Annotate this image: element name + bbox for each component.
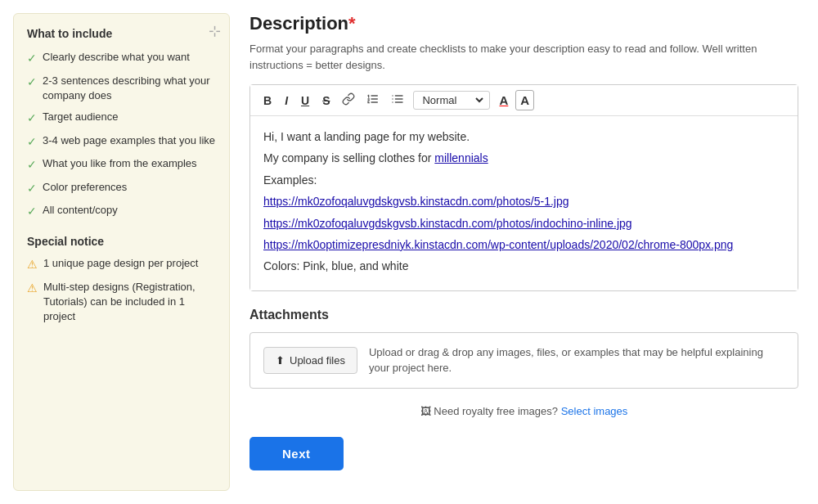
checklist-item: ✓ Color preferences	[27, 180, 216, 197]
editor-line-colors: Colors: Pink, blue, and white	[263, 257, 784, 275]
checklist-item: ✓ What you like from the examples	[27, 156, 216, 173]
italic-button[interactable]: I	[280, 92, 293, 110]
check-icon: ✓	[27, 157, 37, 173]
royalty-icon: 🖼	[420, 405, 431, 417]
next-button-wrapper: Next	[249, 437, 798, 470]
upload-icon: ⬆	[276, 354, 285, 367]
editor-line-2: My company is selling clothes for millen…	[263, 149, 784, 167]
highlight-button[interactable]: A	[515, 90, 534, 110]
check-icon: ✓	[27, 74, 37, 91]
checklist-item-text: All content/copy	[43, 203, 118, 218]
unordered-list-button[interactable]	[387, 90, 408, 110]
special-notice: Special notice ⚠ 1 unique page design pe…	[27, 235, 216, 324]
description-editor: B I U S Normal Heading 1 Heading 2 Headi…	[249, 84, 798, 291]
sidebar-title: What to include	[27, 27, 216, 40]
royalty-row: 🖼 Need royalty free images? Select image…	[249, 405, 798, 417]
editor-line-3: Examples:	[263, 171, 784, 189]
sidebar: ⊹ What to include ✓ Clearly describe wha…	[13, 13, 230, 491]
checklist-item: ✓ All content/copy	[27, 203, 216, 220]
check-icon: ✓	[27, 204, 37, 220]
required-star: *	[348, 13, 356, 34]
millennials-link[interactable]: millennials	[434, 151, 488, 164]
next-button[interactable]: Next	[249, 437, 344, 470]
royalty-text: Need royalty free images?	[434, 405, 558, 417]
upload-button-label: Upload files	[290, 354, 345, 367]
drag-icon[interactable]: ⊹	[209, 22, 221, 40]
attachments-title: Attachments	[249, 308, 798, 322]
select-images-link[interactable]: Select images	[561, 405, 628, 417]
special-notice-title: Special notice	[27, 235, 216, 248]
notice-item-text: Multi-step designs (Registration, Tutori…	[43, 280, 216, 325]
upload-area: ⬆ Upload files Upload or drag & drop any…	[249, 332, 798, 389]
example-link-2[interactable]: https://mk0zofoqaluvgdskgvsb.kinstacdn.c…	[263, 217, 632, 230]
page-title: Description*	[249, 13, 798, 34]
editor-body[interactable]: Hi, I want a landing page for my website…	[250, 116, 798, 290]
checklist-item-text: Clearly describe what you want	[43, 50, 190, 65]
checklist-item: ✓ Target audience	[27, 110, 216, 127]
notice-list: ⚠ 1 unique page design per project ⚠ Mul…	[27, 256, 216, 324]
notice-item-text: 1 unique page design per project	[43, 256, 198, 271]
editor-toolbar: B I U S Normal Heading 1 Heading 2 Headi…	[250, 85, 798, 116]
notice-item: ⚠ 1 unique page design per project	[27, 256, 216, 273]
font-color-button[interactable]: A	[495, 91, 512, 110]
notice-item: ⚠ Multi-step designs (Registration, Tuto…	[27, 280, 216, 325]
checklist-item-text: Color preferences	[43, 180, 127, 195]
check-icon: ✓	[27, 181, 37, 197]
section-subtitle: Format your paragraphs and create checkl…	[249, 41, 798, 73]
ordered-list-button[interactable]	[362, 90, 384, 110]
check-icon: ✓	[27, 134, 37, 151]
text-style-select-wrap[interactable]: Normal Heading 1 Heading 2 Heading 3	[413, 91, 490, 110]
main-content: Description* Format your paragraphs and …	[230, 0, 818, 504]
upload-button[interactable]: ⬆ Upload files	[263, 347, 357, 374]
checklist: ✓ Clearly describe what you want ✓ 2-3 s…	[27, 50, 216, 220]
checklist-item: ✓ Clearly describe what you want	[27, 50, 216, 67]
bold-button[interactable]: B	[258, 92, 276, 110]
check-icon: ✓	[27, 110, 37, 127]
text-style-select[interactable]: Normal Heading 1 Heading 2 Heading 3	[417, 93, 486, 107]
checklist-item-text: What you like from the examples	[43, 156, 197, 171]
checklist-item-text: Target audience	[43, 110, 119, 124]
strikethrough-button[interactable]: S	[317, 92, 335, 110]
example-link-1[interactable]: https://mk0zofoqaluvgdskgvsb.kinstacdn.c…	[263, 195, 569, 208]
example-link-3[interactable]: https://mk0optimizepresdniyk.kinstacdn.c…	[263, 238, 733, 251]
link-button[interactable]	[338, 90, 359, 110]
checklist-item-text: 2-3 sentences describing what your compa…	[43, 74, 216, 103]
upload-description: Upload or drag & drop any images, files,…	[369, 344, 784, 376]
checklist-item-text: 3-4 web page examples that you like	[43, 133, 215, 148]
checklist-item: ✓ 3-4 web page examples that you like	[27, 133, 216, 151]
warning-icon: ⚠	[27, 281, 38, 297]
underline-button[interactable]: U	[296, 92, 314, 110]
attachments-section: Attachments ⬆ Upload files Upload or dra…	[249, 308, 798, 389]
editor-line-1: Hi, I want a landing page for my website…	[263, 128, 784, 146]
warning-icon: ⚠	[27, 257, 38, 273]
checklist-item: ✓ 2-3 sentences describing what your com…	[27, 74, 216, 103]
check-icon: ✓	[27, 51, 37, 67]
